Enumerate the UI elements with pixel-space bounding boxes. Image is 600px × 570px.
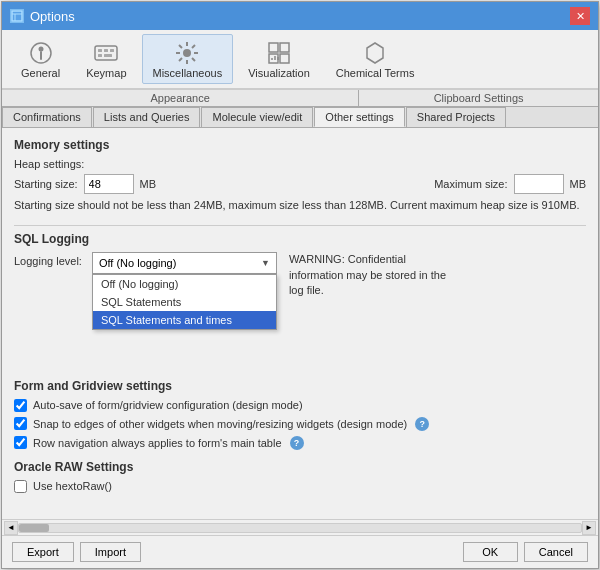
checkbox-snap-edges-row: Snap to edges of other widgets when movi… xyxy=(14,417,586,431)
svg-rect-9 xyxy=(110,49,114,52)
row-navigation-help-icon[interactable]: ? xyxy=(290,436,304,450)
toolbar-miscellaneous-label: Miscellaneous xyxy=(153,67,223,79)
logging-level-label: Logging level: xyxy=(14,252,82,267)
chemical-terms-icon xyxy=(361,39,389,67)
dropdown-menu: Off (No logging) SQL Statements SQL Stat… xyxy=(92,274,277,330)
footer-right-buttons: OK Cancel xyxy=(463,542,588,562)
svg-rect-11 xyxy=(104,54,112,57)
row-navigation-checkbox[interactable] xyxy=(14,436,27,449)
tab-molecule-view[interactable]: Molecule view/edit xyxy=(201,107,313,127)
svg-marker-28 xyxy=(367,43,383,63)
logging-dropdown[interactable]: Off (No logging) ▼ xyxy=(92,252,277,274)
form-gridview-section: Form and Gridview settings Auto-save of … xyxy=(14,379,586,450)
toolbar-general[interactable]: General xyxy=(10,34,71,84)
svg-rect-0 xyxy=(12,11,22,21)
sql-logging-title: SQL Logging xyxy=(14,232,586,246)
starting-size-unit: MB xyxy=(140,178,157,190)
svg-line-18 xyxy=(192,58,195,61)
scrollbar-track[interactable] xyxy=(18,523,582,533)
footer-left-buttons: Export Import xyxy=(12,542,141,562)
oracle-raw-title: Oracle RAW Settings xyxy=(14,460,586,474)
dropdown-selected-value: Off (No logging) xyxy=(99,257,176,269)
heap-left: Starting size: MB xyxy=(14,174,156,194)
title-bar-left: Options xyxy=(10,9,75,24)
checkbox-row-navigation-row: Row navigation always applies to form's … xyxy=(14,436,586,450)
toolbar-general-label: General xyxy=(21,67,60,79)
snap-edges-checkbox[interactable] xyxy=(14,417,27,430)
tab-group-headers: Appearance Clipboard Settings xyxy=(2,89,598,107)
auto-save-label: Auto-save of form/gridview configuration… xyxy=(33,399,303,411)
scroll-left-arrow[interactable]: ◄ xyxy=(4,521,18,535)
ok-button[interactable]: OK xyxy=(463,542,518,562)
logging-dropdown-wrapper: Off (No logging) ▼ Off (No logging) SQL … xyxy=(92,252,277,274)
options-dialog: Options ✕ General xyxy=(1,1,599,569)
heap-note: Starting size should not be less than 24… xyxy=(14,198,586,213)
dialog-icon xyxy=(10,9,24,23)
row-navigation-label: Row navigation always applies to form's … xyxy=(33,437,282,449)
miscellaneous-icon xyxy=(173,39,201,67)
tab-other-settings[interactable]: Other settings xyxy=(314,107,404,127)
footer: Export Import OK Cancel xyxy=(2,535,598,568)
hex-to-raw-checkbox[interactable] xyxy=(14,480,27,493)
svg-rect-23 xyxy=(269,54,278,63)
svg-rect-21 xyxy=(269,43,278,52)
tab-confirmations[interactable]: Confirmations xyxy=(2,107,92,127)
toolbar-visualization-label: Visualization xyxy=(248,67,310,79)
appearance-group-label: Appearance xyxy=(2,90,359,106)
toolbar-miscellaneous[interactable]: Miscellaneous xyxy=(142,34,234,84)
tab-lists-queries[interactable]: Lists and Queries xyxy=(93,107,201,127)
svg-rect-22 xyxy=(280,43,289,52)
tabs-row: Confirmations Lists and Queries Molecule… xyxy=(2,107,598,128)
svg-rect-8 xyxy=(104,49,108,52)
svg-rect-10 xyxy=(98,54,102,57)
warning-text: WARNING: Confidential information may be… xyxy=(289,252,449,298)
clipboard-group-label: Clipboard Settings xyxy=(359,90,598,106)
toolbar-visualization[interactable]: Visualization xyxy=(237,34,321,84)
toolbar-keymap-label: Keymap xyxy=(86,67,126,79)
memory-settings-title: Memory settings xyxy=(14,138,586,152)
logging-row: Logging level: Off (No logging) ▼ Off (N… xyxy=(14,252,586,298)
content-area: Memory settings Heap settings: Starting … xyxy=(2,128,598,519)
close-button[interactable]: ✕ xyxy=(570,7,590,25)
import-button[interactable]: Import xyxy=(80,542,141,562)
oracle-raw-checkbox-row: Use hextoRaw() xyxy=(14,480,586,493)
max-size-input[interactable] xyxy=(514,174,564,194)
dropdown-arrow-icon: ▼ xyxy=(261,258,270,268)
visualization-icon xyxy=(265,39,293,67)
snap-edges-help-icon[interactable]: ? xyxy=(415,417,429,431)
toolbar-chemical-terms-label: Chemical Terms xyxy=(336,67,415,79)
scroll-right-arrow[interactable]: ► xyxy=(582,521,596,535)
starting-size-label: Starting size: xyxy=(14,178,78,190)
dialog-title: Options xyxy=(30,9,75,24)
dropdown-item-sql[interactable]: SQL Statements xyxy=(93,293,276,311)
starting-size-input[interactable] xyxy=(84,174,134,194)
tab-shared-projects[interactable]: Shared Projects xyxy=(406,107,506,127)
hex-to-raw-label: Use hextoRaw() xyxy=(33,480,112,492)
horizontal-scrollbar: ◄ ► xyxy=(2,519,598,535)
divider-1 xyxy=(14,225,586,226)
max-size-label: Maximum size: xyxy=(434,178,507,190)
heap-row: Starting size: MB Maximum size: MB xyxy=(14,174,586,194)
toolbar: General Keymap xyxy=(2,30,598,89)
dropdown-item-off[interactable]: Off (No logging) xyxy=(93,275,276,293)
cancel-button[interactable]: Cancel xyxy=(524,542,588,562)
logging-right: Off (No logging) ▼ Off (No logging) SQL … xyxy=(92,252,449,298)
toolbar-chemical-terms[interactable]: Chemical Terms xyxy=(325,34,426,84)
svg-line-19 xyxy=(192,45,195,48)
heap-right: Maximum size: MB xyxy=(434,174,586,194)
dropdown-item-sql-times[interactable]: SQL Statements and times xyxy=(93,311,276,329)
toolbar-keymap[interactable]: Keymap xyxy=(75,34,137,84)
sql-logging-section: SQL Logging Logging level: Off (No loggi… xyxy=(14,232,586,298)
form-gridview-title: Form and Gridview settings xyxy=(14,379,586,393)
scrollbar-thumb xyxy=(19,524,49,532)
svg-line-17 xyxy=(179,45,182,48)
svg-point-4 xyxy=(38,47,43,52)
max-size-unit: MB xyxy=(570,178,587,190)
svg-line-20 xyxy=(179,58,182,61)
svg-point-12 xyxy=(183,49,191,57)
auto-save-checkbox[interactable] xyxy=(14,399,27,412)
general-icon xyxy=(27,39,55,67)
svg-rect-6 xyxy=(95,46,117,60)
svg-rect-24 xyxy=(280,54,289,63)
export-button[interactable]: Export xyxy=(12,542,74,562)
